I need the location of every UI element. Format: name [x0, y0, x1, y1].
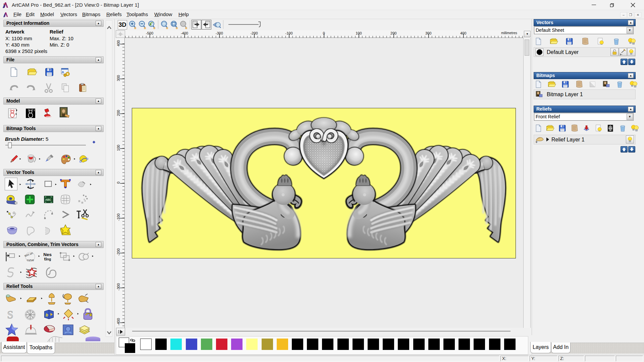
svg-text:+: + [535, 140, 538, 144]
svg-text:b: b [46, 313, 48, 317]
svg-text:text on: text on [24, 251, 33, 257]
svg-text:ting: ting [44, 256, 51, 261]
svg-text:S: S [7, 308, 13, 321]
svg-text:curve: curve [27, 258, 34, 262]
svg-text:T: T [34, 109, 35, 112]
svg-text:ABC: ABC [45, 198, 51, 201]
